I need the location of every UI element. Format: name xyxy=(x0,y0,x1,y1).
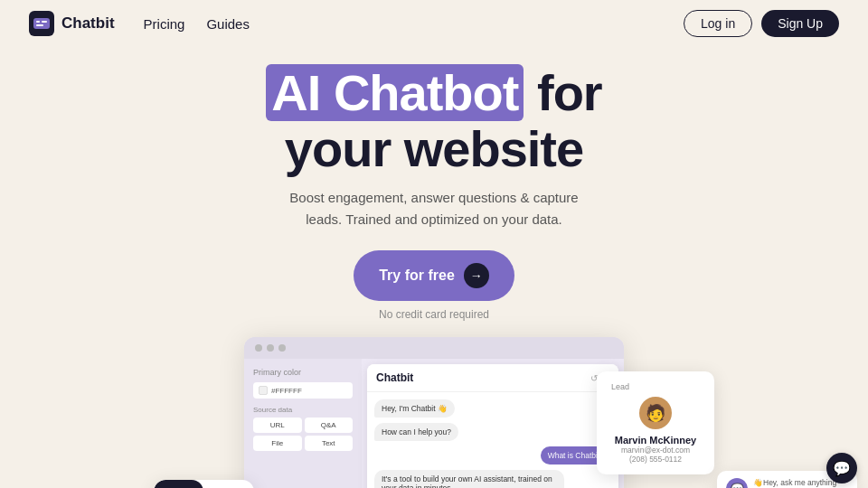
svg-rect-1 xyxy=(33,18,50,29)
login-button[interactable]: Log in xyxy=(684,10,752,37)
chat-widget: Chatbit ↺ ✕ Hey, I'm Chatbit 👋 How can I… xyxy=(367,364,618,488)
demo-area: Primary color #FFFFFF Source data URL Q&… xyxy=(0,337,868,488)
source-qa: Q&A xyxy=(305,418,354,433)
chat-preview-icon: 💬 xyxy=(726,478,748,488)
browser-dot-3 xyxy=(278,344,286,352)
source-url: URL xyxy=(253,418,302,433)
signup-button[interactable]: Sign Up xyxy=(761,10,839,37)
source-text: Text xyxy=(305,436,354,451)
nav-link-pricing[interactable]: Pricing xyxy=(144,16,185,32)
left-panel: Primary color #FFFFFF Source data URL Q&… xyxy=(244,359,362,488)
hero-subtitle: Boost engagement, answer questions & cap… xyxy=(289,187,578,230)
color-row: #FFFFFF xyxy=(253,382,353,399)
chat-msg-2: How can I help you? xyxy=(374,423,458,441)
theme-toggle: Dark Light xyxy=(154,480,254,488)
chat-body: Hey, I'm Chatbit 👋 How can I help you? W… xyxy=(367,392,618,488)
logo[interactable]: Chatbit xyxy=(29,11,115,36)
hero-title: AI Chatbot for your website xyxy=(266,65,601,176)
browser-dot-2 xyxy=(267,344,274,352)
cta-label: Try for free xyxy=(379,267,455,284)
no-credit-text: No credit card required xyxy=(379,308,489,321)
color-swatch xyxy=(259,386,268,395)
lead-phone: (208) 555-0112 xyxy=(611,455,700,464)
svg-rect-2 xyxy=(36,21,40,23)
nav-actions: Log in Sign Up xyxy=(684,10,839,37)
svg-rect-4 xyxy=(36,24,43,26)
hero-title-highlight: AI Chatbot xyxy=(266,64,524,121)
lead-avatar: 🧑 xyxy=(639,397,672,429)
navbar: Chatbit Pricing Guides Log in Sign Up xyxy=(0,0,868,47)
chat-msg-4: It's a tool to build your own AI assista… xyxy=(374,470,564,488)
primary-color-label: Primary color xyxy=(253,368,353,377)
source-panel: Source data URL Q&A File Text xyxy=(253,406,353,451)
browser-window: Primary color #FFFFFF Source data URL Q&… xyxy=(244,337,624,488)
hero-title-line2: your website xyxy=(285,120,583,177)
source-file: File xyxy=(253,436,302,451)
cta-button[interactable]: Try for free → xyxy=(354,250,514,301)
source-label: Source data xyxy=(253,406,353,414)
logo-icon xyxy=(29,11,54,36)
chat-fab-button[interactable]: 💬 xyxy=(826,453,857,483)
lead-name: Marvin McKinney xyxy=(611,435,700,446)
chat-widget-title: Chatbit xyxy=(376,371,413,384)
lead-email: marvin@ex-dot.com xyxy=(611,446,700,455)
browser-dot-1 xyxy=(255,344,262,352)
chat-header: Chatbit ↺ ✕ xyxy=(367,364,618,392)
theme-dark-button[interactable]: Dark xyxy=(154,480,203,488)
chat-msg-1: Hey, I'm Chatbit 👋 xyxy=(374,399,455,418)
source-grid: URL Q&A File Text xyxy=(253,418,353,451)
browser-bar xyxy=(244,337,624,359)
theme-light-button[interactable]: Light xyxy=(203,480,254,488)
lead-label: Lead xyxy=(611,382,700,391)
browser-content: Primary color #FFFFFF Source data URL Q&… xyxy=(244,359,624,488)
lead-card: Lead 🧑 Marvin McKinney marvin@ex-dot.com… xyxy=(597,371,714,474)
logo-text: Chatbit xyxy=(61,14,115,33)
hero-title-part2: for xyxy=(537,64,602,121)
nav-link-guides[interactable]: Guides xyxy=(206,16,250,32)
nav-links: Pricing Guides xyxy=(144,16,684,32)
hero-section: AI Chatbot for your website Boost engage… xyxy=(0,47,868,321)
cta-arrow-icon: → xyxy=(464,263,489,288)
svg-rect-3 xyxy=(42,21,47,23)
color-value: #FFFFFF xyxy=(271,387,302,395)
